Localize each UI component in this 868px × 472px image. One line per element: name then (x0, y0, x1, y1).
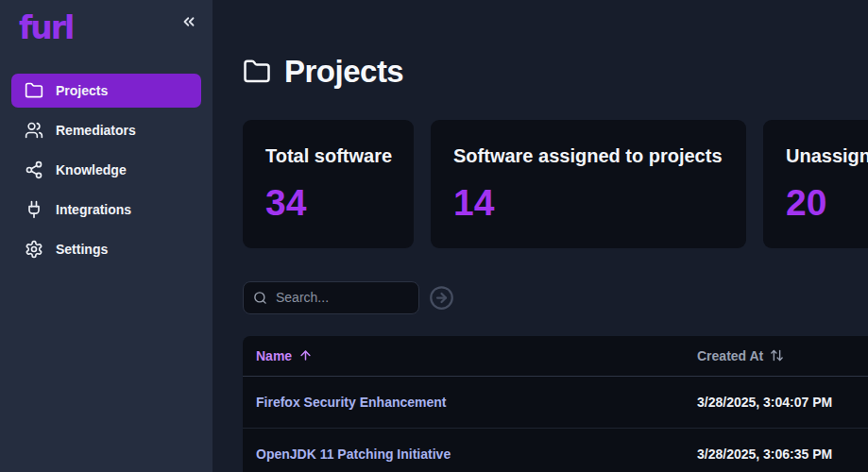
plug-icon (25, 200, 43, 219)
created-at-cell: 3/28/2025, 3:06:35 PM (697, 428, 868, 472)
sidebar-item-label: Projects (56, 83, 108, 98)
project-name-link[interactable]: OpenJDK 11 Patching Initiative (243, 428, 697, 472)
table-header-row: Name Created At (243, 336, 868, 376)
sidebar-item-integrations[interactable]: Integrations (11, 193, 201, 227)
main-content: Projects Total software 34 Software assi… (213, 0, 868, 472)
column-label: Name (256, 348, 292, 363)
page-header: Projects (243, 52, 868, 92)
search-submit-button[interactable] (429, 285, 454, 311)
gear-icon (25, 240, 43, 259)
stat-value: 20 (786, 181, 868, 225)
sidebar-item-label: Remediators (56, 123, 136, 138)
search-input[interactable] (276, 290, 399, 305)
search-icon (253, 291, 267, 305)
folder-icon (25, 81, 43, 100)
arrow-up-down-icon (770, 348, 784, 362)
stat-label: Software assigned to projects (453, 143, 723, 168)
project-name-link[interactable]: Firefox Security Enhancement (243, 376, 697, 428)
sidebar-item-projects[interactable]: Projects (11, 74, 201, 108)
table-row[interactable]: OpenJDK 11 Patching Initiative 3/28/2025… (243, 428, 868, 472)
share-network-icon (25, 160, 43, 179)
stat-card-unassigned-software: Unassigned software 20 (763, 120, 868, 248)
sidebar-item-label: Integrations (56, 202, 131, 217)
sidebar-item-knowledge[interactable]: Knowledge (11, 153, 201, 187)
arrow-up-icon (298, 348, 313, 362)
app-logo: furl (19, 9, 73, 47)
stat-value: 34 (265, 181, 391, 225)
stat-value: 14 (453, 181, 723, 225)
sidebar-item-label: Settings (56, 242, 108, 257)
search-row (243, 280, 868, 314)
stat-card-total-software: Total software 34 (243, 120, 414, 248)
sidebar-header: furl (11, 9, 201, 59)
chevrons-left-icon (180, 13, 197, 30)
sidebar-item-remediators[interactable]: Remediators (11, 113, 201, 147)
table-row[interactable]: Firefox Security Enhancement 3/28/2025, … (243, 376, 868, 428)
page-title: Projects (284, 54, 403, 90)
stat-label: Total software (265, 143, 391, 168)
sidebar: furl Projects Remediators (0, 0, 213, 472)
projects-table: Name Created At (243, 336, 868, 472)
column-header-name[interactable]: Name (243, 336, 697, 376)
stats-row: Total software 34 Software assigned to p… (243, 120, 868, 248)
search-box (243, 281, 419, 314)
column-label: Created At (697, 348, 763, 363)
sidebar-item-settings[interactable]: Settings (11, 232, 201, 266)
column-header-created-at[interactable]: Created At (697, 336, 868, 376)
circle-arrow-right-icon (429, 285, 454, 311)
stat-card-assigned-software: Software assigned to projects 14 (431, 120, 746, 248)
folder-icon (243, 58, 271, 86)
users-icon (25, 121, 43, 140)
app-root: furl Projects Remediators (0, 0, 868, 472)
stat-label: Unassigned software (786, 143, 868, 168)
sidebar-collapse-button[interactable] (179, 11, 199, 32)
sidebar-item-label: Knowledge (56, 162, 127, 177)
created-at-cell: 3/28/2025, 3:04:07 PM (697, 376, 868, 428)
sidebar-nav: Projects Remediators Knowledge Integrati… (11, 74, 201, 272)
